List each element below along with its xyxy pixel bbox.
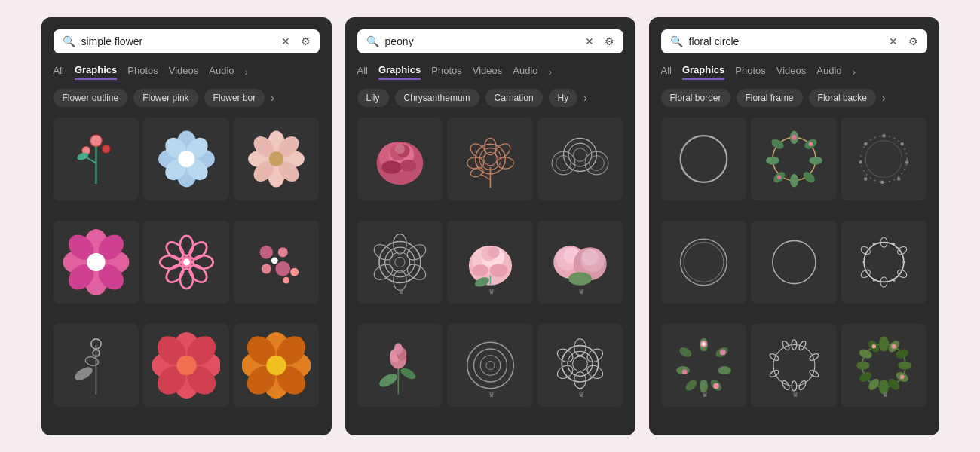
tag-flower-bor[interactable]: Flower bor xyxy=(204,89,265,107)
svg-point-49 xyxy=(271,257,278,264)
grid-item[interactable]: ♛ xyxy=(357,221,443,304)
svg-point-3 xyxy=(102,145,110,153)
svg-point-86 xyxy=(483,152,497,166)
grid-item[interactable] xyxy=(234,221,320,304)
grid-item[interactable] xyxy=(447,118,533,200)
tab-photos-3[interactable]: Photos xyxy=(735,65,765,79)
grid-item[interactable] xyxy=(143,324,229,407)
tag-carnation[interactable]: Carnation xyxy=(485,89,543,107)
tag-lily[interactable]: Lily xyxy=(357,89,389,107)
svg-point-175 xyxy=(772,240,815,283)
svg-point-183 xyxy=(893,243,895,245)
svg-point-208 xyxy=(808,369,819,378)
tab-audio-3[interactable]: Audio xyxy=(816,65,841,79)
svg-point-210 xyxy=(798,380,807,391)
tab-more-2[interactable]: › xyxy=(549,66,552,78)
tab-videos-1[interactable]: Videos xyxy=(169,65,199,79)
clear-icon-3[interactable]: ✕ xyxy=(889,35,898,47)
grid-item[interactable]: ♛ xyxy=(537,324,623,407)
clear-icon-2[interactable]: ✕ xyxy=(585,35,594,47)
grid-item[interactable]: ♛ xyxy=(661,324,747,407)
grid-item[interactable]: ♛ xyxy=(841,324,927,407)
tag-floral-border[interactable]: Floral border xyxy=(661,89,730,107)
tab-all-1[interactable]: All xyxy=(54,65,64,79)
tag-chrysanthemum[interactable]: Chrysanthemum xyxy=(395,89,479,107)
tags-more-2[interactable]: › xyxy=(583,92,587,104)
tag-floral-backe[interactable]: Floral backe xyxy=(809,89,876,107)
grid-item[interactable] xyxy=(661,118,747,200)
tab-videos-3[interactable]: Videos xyxy=(776,65,807,79)
filter-icon-2[interactable]: ⚙ xyxy=(605,35,614,47)
grid-item[interactable] xyxy=(143,118,229,200)
grid-item[interactable] xyxy=(751,118,837,200)
tag-hy[interactable]: Hy xyxy=(549,89,578,107)
tab-photos-2[interactable]: Photos xyxy=(431,65,461,79)
tags-more-1[interactable]: › xyxy=(271,92,274,104)
grid-item[interactable] xyxy=(357,118,443,200)
grid-item[interactable] xyxy=(537,118,623,200)
filter-icon-1[interactable]: ⚙ xyxy=(301,35,311,47)
svg-point-36 xyxy=(193,255,213,269)
svg-point-171 xyxy=(859,160,862,163)
tag-flower-pink[interactable]: Flower pink xyxy=(133,89,198,107)
tab-graphics-3[interactable]: Graphics xyxy=(682,64,724,80)
svg-point-207 xyxy=(808,353,819,362)
svg-point-166 xyxy=(901,142,904,145)
grid-item[interactable]: ♛ xyxy=(447,324,533,407)
svg-point-47 xyxy=(290,268,299,276)
svg-point-107 xyxy=(371,261,395,282)
grid-item[interactable] xyxy=(841,118,927,200)
tab-all-2[interactable]: All xyxy=(357,65,368,79)
svg-point-143 xyxy=(574,339,586,356)
tag-floral-frame[interactable]: Floral frame xyxy=(737,89,803,107)
svg-point-212 xyxy=(768,369,779,378)
tab-audio-1[interactable]: Audio xyxy=(209,65,234,79)
grid-item[interactable] xyxy=(751,221,837,304)
grid-item[interactable] xyxy=(54,118,139,200)
svg-point-102 xyxy=(395,257,405,267)
search-icon-2: 🔍 xyxy=(366,35,379,47)
svg-point-126 xyxy=(568,272,592,286)
tab-videos-2[interactable]: Videos xyxy=(473,65,503,79)
tab-more-3[interactable]: › xyxy=(853,66,856,78)
tab-graphics-2[interactable]: Graphics xyxy=(378,64,421,80)
filter-icon-3[interactable]: ⚙ xyxy=(908,35,918,47)
clear-icon-1[interactable]: ✕ xyxy=(281,35,290,47)
search-bar-2[interactable]: 🔍 ✕ ⚙ xyxy=(357,29,623,53)
tab-audio-2[interactable]: Audio xyxy=(513,65,537,79)
search-input-2[interactable] xyxy=(385,35,579,47)
svg-point-167 xyxy=(905,160,908,163)
search-bar-1[interactable]: 🔍 ✕ ⚙ xyxy=(54,29,320,53)
svg-point-51 xyxy=(72,365,94,383)
svg-point-179 xyxy=(896,268,908,279)
grid-item[interactable] xyxy=(234,118,320,200)
grid-item[interactable] xyxy=(661,221,747,304)
svg-point-181 xyxy=(860,268,872,279)
grid-item[interactable] xyxy=(143,221,229,304)
grid-item[interactable] xyxy=(357,324,443,407)
grid-item[interactable] xyxy=(234,324,320,407)
svg-point-225 xyxy=(856,362,870,370)
tab-more-1[interactable]: › xyxy=(245,66,248,78)
svg-point-79 xyxy=(400,160,416,171)
tab-graphics-1[interactable]: Graphics xyxy=(75,64,117,80)
svg-point-154 xyxy=(809,156,822,164)
svg-point-164 xyxy=(865,140,902,176)
search-bar-3[interactable]: 🔍 ✕ ⚙ xyxy=(661,29,927,53)
search-input-1[interactable] xyxy=(81,35,275,47)
tag-flower-outline[interactable]: Flower outline xyxy=(54,89,128,107)
grid-item[interactable] xyxy=(841,221,927,304)
tab-all-3[interactable]: All xyxy=(661,65,672,79)
tab-photos-1[interactable]: Photos xyxy=(127,65,158,79)
grid-item[interactable]: ♛ xyxy=(447,221,533,304)
search-input-3[interactable] xyxy=(689,35,883,47)
svg-point-206 xyxy=(781,340,790,351)
grid-item[interactable] xyxy=(54,324,139,407)
grid-item[interactable]: ♛ xyxy=(537,221,623,304)
grid-item[interactable]: ♛ xyxy=(751,324,837,407)
svg-point-142 xyxy=(573,356,588,371)
grid-item[interactable] xyxy=(54,221,139,304)
tags-more-3[interactable]: › xyxy=(882,92,886,104)
tags-1: Flower outline Flower pink Flower bor › xyxy=(54,89,320,107)
panel-floral-circle: 🔍 ✕ ⚙ All Graphics Photos Videos Audio ›… xyxy=(649,17,939,435)
